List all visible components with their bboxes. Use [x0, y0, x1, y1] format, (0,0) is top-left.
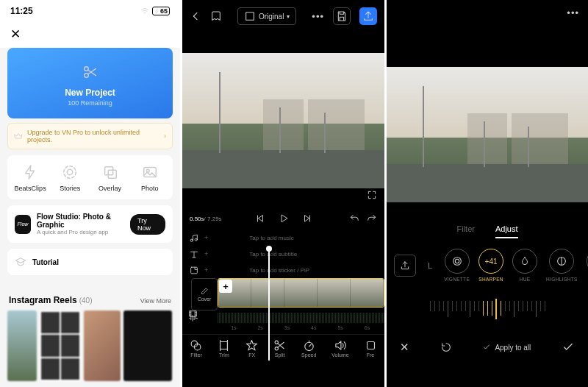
- battery-indicator: 65: [152, 7, 170, 15]
- reels-count: (40): [79, 297, 93, 305]
- overlay-icon: [102, 164, 118, 180]
- value-slider[interactable]: [387, 291, 588, 327]
- status-time: 11:25: [10, 6, 33, 16]
- time-ruler: 1s2s3s4s5s6s: [218, 325, 384, 334]
- tool-split[interactable]: Split: [273, 339, 286, 358]
- svg-rect-9: [191, 267, 198, 274]
- flow-title: Flow Studio: Photo & Graphic: [37, 213, 124, 229]
- sticker-icon: [188, 266, 200, 275]
- close-icon[interactable]: ✕: [10, 27, 21, 41]
- tutorial-card[interactable]: Tutorial: [7, 249, 173, 275]
- reset-icon[interactable]: [440, 341, 452, 353]
- slider-cursor: [495, 299, 497, 319]
- bookmark-icon[interactable]: [210, 10, 222, 22]
- trim-icon: [218, 339, 230, 352]
- sticker-hint: Tap to add sticker / PiP: [249, 267, 309, 274]
- svg-point-19: [455, 259, 459, 263]
- reels-header: Instagram Reels(40) View More: [9, 293, 171, 306]
- volume-icon: [334, 339, 346, 352]
- tools-row: BeatsClips Stories Overlay Photo: [7, 155, 173, 199]
- flow-studio-promo[interactable]: Flow Flow Studio: Photo & Graphic A quic…: [7, 205, 173, 243]
- export-button[interactable]: [359, 7, 377, 25]
- upgrade-text: Upgrade to VN Pro to unlock unlimited pr…: [27, 129, 166, 143]
- param-sharpen[interactable]: +41 SHARPEN: [478, 249, 503, 282]
- redo-icon[interactable]: [367, 213, 377, 224]
- tab-adjust[interactable]: Adjust: [495, 224, 518, 238]
- confirm-button[interactable]: [562, 341, 575, 354]
- ratio-label: Original: [259, 13, 284, 21]
- fullscreen-icon[interactable]: [367, 190, 377, 200]
- tool-beatsclips[interactable]: BeatsClips: [10, 164, 50, 192]
- apply-to-all-toggle[interactable]: Apply to all: [482, 343, 531, 352]
- video-track[interactable]: Cover +: [182, 278, 384, 310]
- bolt-icon: [22, 164, 38, 180]
- tutorial-label: Tutorial: [32, 258, 59, 266]
- tool-trim[interactable]: Trim: [218, 339, 230, 358]
- more-icon[interactable]: •••: [567, 7, 579, 18]
- subtitle-hint: Tap to add subtitle: [249, 251, 297, 258]
- subtitle-track[interactable]: + Tap to add subtitle: [182, 246, 384, 262]
- param-l[interactable]: L: [425, 254, 435, 277]
- tool-fx[interactable]: FX: [245, 339, 258, 358]
- highlights-icon: [556, 255, 567, 267]
- wifi-icon: [140, 7, 150, 15]
- reel-thumbnail[interactable]: [40, 310, 81, 381]
- tool-overlay[interactable]: Overlay: [90, 164, 130, 192]
- upgrade-banner[interactable]: Upgrade to VN Pro to unlock unlimited pr…: [7, 123, 173, 149]
- droplet-icon: [520, 256, 530, 266]
- next-frame-icon[interactable]: [302, 213, 312, 224]
- reels-carousel[interactable]: [7, 310, 173, 381]
- more-icon[interactable]: •••: [312, 11, 324, 22]
- speed-icon: [303, 339, 315, 352]
- export-settings-button[interactable]: [394, 255, 416, 277]
- param-hue[interactable]: HUE: [512, 249, 537, 282]
- aspect-ratio-selector[interactable]: Original ▾: [237, 7, 296, 25]
- apply-all-label: Apply to all: [495, 344, 531, 352]
- reels-view-more[interactable]: View More: [140, 297, 171, 305]
- filter-icon: [190, 339, 202, 352]
- undo-icon[interactable]: [349, 213, 359, 224]
- music-hint: Tap to add music: [249, 235, 293, 241]
- music-track[interactable]: + Tap to add music: [182, 230, 384, 246]
- adjust-screen: ••• Filter Adjust L VIGNETTE +41 SHARPEN…: [387, 0, 588, 387]
- tool-speed[interactable]: Speed: [301, 339, 316, 358]
- new-project-card[interactable]: New Project 100 Remaining: [7, 48, 173, 118]
- param-highlights[interactable]: HIGHLIGHTS: [546, 249, 578, 282]
- reel-thumbnail[interactable]: [123, 310, 172, 381]
- video-preview[interactable]: [182, 53, 384, 188]
- reels-title: Instagram Reels: [9, 295, 77, 305]
- clip-strip[interactable]: [218, 278, 384, 308]
- back-icon[interactable]: [190, 10, 201, 22]
- cancel-button[interactable]: ✕: [400, 341, 409, 354]
- video-preview[interactable]: [387, 67, 588, 202]
- try-now-button[interactable]: Try Now: [130, 214, 165, 235]
- status-bar: 11:25 65: [0, 0, 180, 22]
- adjustment-parameters: L VIGNETTE +41 SHARPEN HUE HIGHLIGHTS SH…: [387, 238, 588, 285]
- photo-icon: [142, 164, 158, 180]
- svg-rect-5: [108, 170, 116, 178]
- tab-filter[interactable]: Filter: [456, 224, 474, 238]
- reel-thumbnail[interactable]: [84, 310, 121, 381]
- home-screen: 11:25 65 ✕ New Project 100 Remaining Upg…: [0, 0, 180, 387]
- add-clip-button[interactable]: +: [219, 280, 232, 293]
- param-vignette[interactable]: VIGNETTE: [444, 249, 470, 282]
- play-icon[interactable]: [279, 213, 289, 224]
- graduation-cap-icon: [15, 256, 26, 268]
- vignette-icon: [451, 255, 463, 267]
- svg-rect-17: [367, 342, 374, 349]
- cover-button[interactable]: Cover: [191, 278, 218, 310]
- flow-desc: A quick and Pro design app: [37, 229, 124, 235]
- playhead[interactable]: [268, 249, 270, 361]
- tool-volume[interactable]: Volume: [331, 339, 348, 358]
- svg-point-2: [64, 166, 76, 179]
- tool-freeze[interactable]: Fre: [365, 339, 377, 358]
- chevron-right-icon: ›: [164, 132, 166, 140]
- sticker-track[interactable]: + Tap to add sticker / PiP: [182, 262, 384, 278]
- tool-stories[interactable]: Stories: [50, 164, 90, 192]
- save-button[interactable]: [333, 7, 351, 25]
- tool-filter[interactable]: Filter: [190, 339, 202, 358]
- prev-frame-icon[interactable]: [255, 213, 265, 224]
- audio-track[interactable]: [182, 310, 384, 325]
- tool-photo[interactable]: Photo: [130, 164, 170, 192]
- reel-thumbnail[interactable]: [7, 310, 37, 381]
